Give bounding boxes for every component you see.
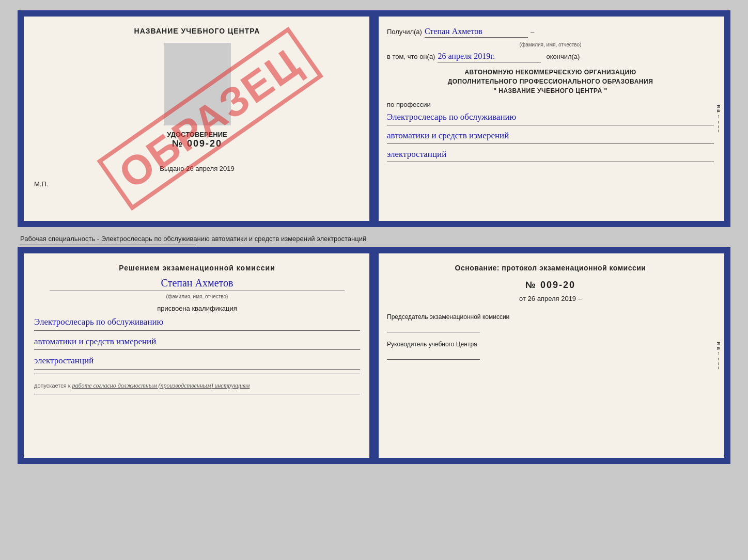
booklet-spine [369,17,379,221]
separator-text: Рабочая специальность - Электрослесарь п… [18,231,730,247]
assigned-label: присвоена квалификация [34,305,360,312]
bottom-booklet-spine [369,253,379,458]
osnov-title: Основание: протокол экзаменационной коми… [387,264,714,272]
org-name: " НАЗВАНИЕ УЧЕБНОГО ЦЕНТРА " [387,86,714,95]
top-booklet: НАЗВАНИЕ УЧЕБНОГО ЦЕНТРА УДОСТОВЕРЕНИЕ №… [18,10,730,227]
komissia-title: Решением экзаменационной комиссии [34,264,360,272]
bottom-line-1 [34,374,360,374]
side-char-2: а [716,109,722,113]
fio-sublabel-top: (фамилия, имя, отчество) [387,42,714,47]
finished-label: окончил(а) [546,53,580,60]
rukovoditel-sig-line [387,359,480,360]
top-right-page: Получил(а) Степан Ахметов – (фамилия, им… [374,17,724,221]
bottom-line-2 [34,394,360,394]
date-line: от 26 апреля 2019 – [387,295,714,302]
side-decorations: и а ← – – – [713,17,724,221]
cert-number: № 009-20 [34,138,360,149]
issued-line: Выдано 26 апреля 2019 [34,165,360,172]
dash-1: – [531,28,534,36]
bottom-side-char-1: и [716,342,722,345]
date-dash: – [578,295,582,302]
date-value: 26 апреля 2019г. [438,52,541,62]
photo-placeholder [164,43,231,125]
bottom-booklet: Решением экзаменационной комиссии Степан… [18,247,730,464]
bottom-side-char-6: – [716,366,722,370]
org-line1: АВТОНОМНУЮ НЕКОММЕРЧЕСКУЮ ОРГАНИЗАЦИЮ [387,68,714,77]
received-row: Получил(а) Степан Ахметов – [387,27,714,38]
profession-label: по профессии [387,101,714,108]
bottom-side-decorations: и а ← – – – [713,253,724,458]
date-row: в том, что он(а) 26 апреля 2019г. окончи… [387,52,714,62]
side-char-1: и [716,105,722,108]
date-prefix: от [519,295,526,302]
rukovoditel-label: Руководитель учебного Центра [387,340,714,349]
issued-date: 26 апреля 2019 [186,165,235,172]
org-block: АВТОНОМНУЮ НЕКОММЕРЧЕСКУЮ ОРГАНИЗАЦИЮ ДО… [387,68,714,95]
predsedatel-label: Председатель экзаменационной комиссии [387,313,714,322]
received-name: Степан Ахметов [425,27,528,38]
bottom-side-char-5: – [716,362,722,365]
separator-content: Рабочая специальность - Электрослесарь п… [20,235,366,243]
date-value: 26 апреля 2019 [528,295,576,302]
bottom-side-char-4: – [716,358,722,361]
side-char-5: – [716,125,722,129]
side-char-6: – [716,130,722,133]
dopusk-label: допускается к работе согласно должностны… [34,382,360,390]
protocol-number: № 009-20 [387,280,714,291]
profession-line2: автоматики и средств измерений [387,130,714,144]
issued-label: Выдано [160,165,184,172]
org-line2: ДОПОЛНИТЕЛЬНОГО ПРОФЕССИОНАЛЬНОГО ОБРАЗО… [387,77,714,86]
side-char-4: – [716,121,722,124]
top-left-page: НАЗВАНИЕ УЧЕБНОГО ЦЕНТРА УДОСТОВЕРЕНИЕ №… [24,17,374,221]
kvali-line1: Электрослесарь по обслуживанию [34,315,360,331]
kvali-line2: автоматики и средств измерений [34,335,360,350]
in-that-label: в том, что он(а) [387,53,435,60]
bottom-side-char-3: ← [716,351,722,356]
received-label: Получил(а) [387,28,422,36]
predsedatel-sig-line [387,332,480,332]
bottom-fio-sublabel: (фамилия, имя, отчество) [34,294,360,299]
cert-type: УДОСТОВЕРЕНИЕ [34,131,360,138]
side-char-3: ← [716,114,722,119]
stamp-mp: М.П. [34,180,360,188]
dopusk-value: работе согласно должностным (производств… [72,382,250,389]
profession-line3: электростанций [387,148,714,163]
kvali-line3: электростанций [34,354,360,370]
bottom-right-page: Основание: протокол экзаменационной коми… [374,253,724,458]
school-title: НАЗВАНИЕ УЧЕБНОГО ЦЕНТРА [34,27,360,35]
bottom-name: Степан Ахметов [50,277,345,291]
bottom-side-char-2: а [716,347,722,350]
bottom-left-page: Решением экзаменационной комиссии Степан… [24,253,374,458]
profession-line1: Электрослесарь по обслуживанию [387,111,714,125]
